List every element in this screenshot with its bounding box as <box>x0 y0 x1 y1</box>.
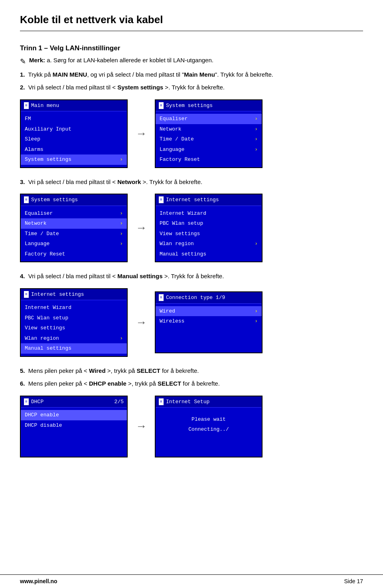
menu-item-alarms: Alarms <box>21 145 127 155</box>
sys-item-lang-2: Language › <box>21 239 127 249</box>
menu-item-sleep: Sleep <box>21 134 127 145</box>
arrow-3: → <box>136 314 147 331</box>
screens-row-3: ≡ Internet settings Internet Wizard PBC … <box>20 288 363 357</box>
inet2-item-view: View settings <box>21 323 127 333</box>
internet-settings-screen-1: ≡ Internet settings Internet Wizard PBC … <box>155 194 263 262</box>
screens-row-4: ≡ DHCP 2/5 DHCP enable DHCP disable → ≡ … <box>20 396 363 457</box>
conn-item-wireless: Wireless › <box>156 316 262 327</box>
internet-setup-screen: ≡ Internet Setup Please wait Connecting.… <box>155 396 263 457</box>
inet-icon-2: ≡ <box>24 291 29 298</box>
dhcp-title-bar: ≡ DHCP 2/5 <box>21 396 127 408</box>
inet-setup-wait: Please wait <box>160 416 258 424</box>
menu-item-fm: FM <box>21 114 127 124</box>
note-icon: ✎ <box>20 56 26 67</box>
sys-icon-1: ≡ <box>159 102 164 109</box>
internet-settings-screen-2: ≡ Internet settings Internet Wizard PBC … <box>20 288 128 357</box>
main-menu-title-bar: ≡ Main menu <box>21 100 127 112</box>
conn-icon: ≡ <box>159 294 164 301</box>
dhcp-icon: ≡ <box>24 398 29 405</box>
internet-settings-title-bar-1: ≡ Internet settings <box>156 194 262 206</box>
step2-text: 2. Vri på select / bla med piltast til <… <box>20 83 363 92</box>
sys-settings-title-bar-1: ≡ System settings <box>156 100 262 112</box>
sys-settings-title-1: System settings <box>166 102 213 110</box>
inet2-item-pbc: PBC Wlan setup <box>21 313 127 323</box>
inet2-item-manual: Manual settings <box>21 343 127 354</box>
step5-text: 5. Mens pilen peker på < Wired >, trykk … <box>20 366 363 376</box>
conn-type-title: Connection type 1/9 <box>166 294 225 302</box>
inet-setup-title: Internet Setup <box>166 398 209 406</box>
screens-row-2: ≡ System settings Equaliser › Network › … <box>20 194 363 262</box>
note-line: ✎ Merk: a. Sørg for at LAN-kabelen aller… <box>20 56 363 67</box>
main-menu-title: Main menu <box>31 102 59 110</box>
footer: www.pinell.no Side 17 <box>0 574 383 588</box>
conn-menu-items: Wired › Wireless › <box>156 304 262 329</box>
menu-item-system: System settings › <box>21 154 127 165</box>
sys-menu-items-1: Equaliser › Network › Time / Date › Lang… <box>156 111 262 167</box>
menu-icon: ≡ <box>24 102 29 109</box>
conn-item-wired: Wired › <box>156 306 262 317</box>
inet-setup-title-bar: ≡ Internet Setup <box>156 396 262 408</box>
dhcp-menu-items: DHCP enable DHCP disable <box>21 408 127 433</box>
sys-item-network-2: Network › <box>21 218 127 229</box>
dhcp-page: 2/5 <box>115 398 124 406</box>
connection-type-screen: ≡ Connection type 1/9 Wired › Wireless › <box>155 291 263 353</box>
conn-type-title-bar: ≡ Connection type 1/9 <box>156 292 262 304</box>
screens-row-1: ≡ Main menu FM Auxiliary Input Sleep Ala… <box>20 99 363 168</box>
footer-website[interactable]: www.pinell.no <box>20 577 57 586</box>
inet-item-view: View settings <box>156 229 262 239</box>
inet-setup-icon: ≡ <box>159 398 164 405</box>
sys-item-time-1: Time / Date › <box>156 134 262 145</box>
step6-text: 6. Mens pilen peker på < DHCP enable >, … <box>20 379 363 388</box>
inet-item-wizard: Internet Wizard <box>156 208 262 219</box>
inet-menu-items-1: Internet Wizard PBC Wlan setup View sett… <box>156 206 262 262</box>
sys-item-factory-2: Factory Reset <box>21 249 127 259</box>
internet-settings-title-1: Internet settings <box>166 196 219 204</box>
sys-item-equaliser: Equaliser › <box>156 114 262 124</box>
footer-page: Side 17 <box>344 577 363 586</box>
page-title: Koble til et nettverk via kabel <box>20 12 363 31</box>
sys-menu-items-2: Equaliser › Network › Time / Date › Lang… <box>21 206 127 262</box>
system-settings-screen-2: ≡ System settings Equaliser › Network › … <box>20 194 128 262</box>
dhcp-screen: ≡ DHCP 2/5 DHCP enable DHCP disable <box>20 396 128 457</box>
inet2-item-wlan: Wlan region › <box>21 333 127 344</box>
internet-settings-title-2: Internet settings <box>31 291 84 299</box>
dhcp-title: DHCP <box>31 398 43 406</box>
dhcp-item-disable: DHCP disable <box>21 420 127 431</box>
sys-settings-title-2: System settings <box>31 196 78 204</box>
step1-heading: Trinn 1 – Velg LAN-innstillinger <box>20 43 363 53</box>
sys-settings-title-bar-2: ≡ System settings <box>21 194 127 206</box>
arrow-4: → <box>136 418 147 435</box>
step3-text: 3. Vri på select / bla med piltast til <… <box>20 178 363 187</box>
sys-item-factory-1: Factory Reset <box>156 154 262 165</box>
inet-item-wlan: Wlan region › <box>156 239 262 249</box>
inet-icon-1: ≡ <box>159 196 164 203</box>
inet-setup-connecting: Connecting../ <box>160 426 258 434</box>
dhcp-item-enable: DHCP enable <box>21 410 127 420</box>
sys-item-network-1: Network › <box>156 124 262 135</box>
arrow-2: → <box>136 220 147 236</box>
sys-item-lang-1: Language › <box>156 145 262 155</box>
inet-menu-items-2: Internet Wizard PBC Wlan setup View sett… <box>21 300 127 356</box>
inet2-item-wizard: Internet Wizard <box>21 303 127 313</box>
menu-item-aux: Auxiliary Input <box>21 124 127 135</box>
internet-settings-title-bar-2: ≡ Internet settings <box>21 289 127 301</box>
inet-item-manual-1: Manual settings <box>156 249 262 259</box>
sys-item-time-2: Time / Date › <box>21 229 127 239</box>
inet-setup-content: Please wait Connecting../ <box>156 408 262 443</box>
main-menu-screen: ≡ Main menu FM Auxiliary Input Sleep Ala… <box>20 99 128 168</box>
step1-text: 1. Trykk på MAIN MENU, og vri på select … <box>20 70 363 79</box>
arrow-1: → <box>136 125 147 142</box>
sys-item-equaliser-2: Equaliser › <box>21 208 127 219</box>
note-text: Merk: a. Sørg for at LAN-kabelen allered… <box>29 56 213 65</box>
main-menu-items: FM Auxiliary Input Sleep Alarms System s… <box>21 111 127 167</box>
inet-item-pbc: PBC Wlan setup <box>156 218 262 229</box>
sys-icon-2: ≡ <box>24 196 29 203</box>
system-settings-screen-1: ≡ System settings Equaliser › Network › … <box>155 99 263 168</box>
step4-text: 4. Vri på select / bla med piltast til <… <box>20 272 363 281</box>
